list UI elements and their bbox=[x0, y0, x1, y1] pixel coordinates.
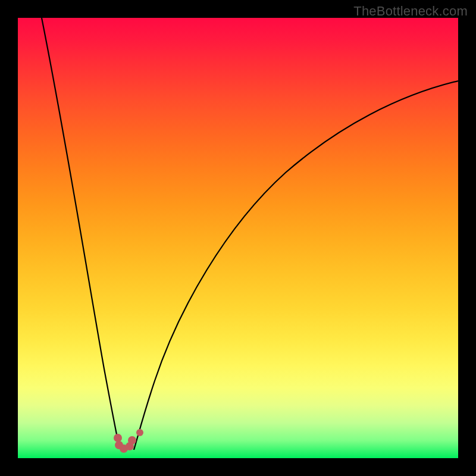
watermark-text: TheBottleneck.com bbox=[353, 4, 468, 19]
marker-layer bbox=[18, 18, 458, 458]
chart-frame: TheBottleneck.com bbox=[0, 0, 476, 476]
u-marker-group bbox=[114, 429, 143, 453]
marker-notch-right bbox=[128, 436, 136, 444]
marker-dot-right bbox=[136, 429, 143, 436]
marker-notch-left bbox=[114, 434, 122, 442]
plot-area bbox=[18, 18, 458, 458]
